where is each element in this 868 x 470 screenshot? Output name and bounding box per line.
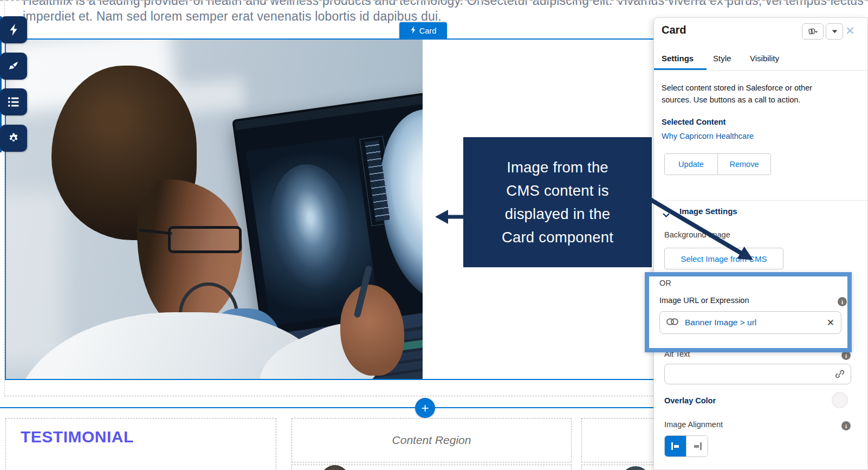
section-boundary-top [0,0,868,1]
content-region-label: Content Region [392,434,471,447]
tabs-divider [654,70,867,70]
plus-icon: + [421,401,429,416]
card-selection-border [5,379,653,380]
align-left-button[interactable] [665,436,686,456]
close-panel-icon[interactable]: ✕ [845,23,855,38]
monitor-menubar [235,86,423,131]
panel-title: Card [662,24,686,36]
align-left-icon [671,442,680,450]
chevron-down-icon [832,30,838,34]
testimonial-heading: TESTIMONIAL [21,428,134,446]
section-boundary-bottom [4,396,653,396]
content-region-right[interactable] [581,418,658,462]
image-settings-header[interactable]: Image Settings [679,207,737,216]
image-alignment-group [664,435,708,457]
glasses [168,226,242,253]
info-icon[interactable]: i [838,297,847,306]
update-button[interactable]: Update [665,154,717,175]
toolbar-structure-button[interactable] [0,88,27,115]
content-region-right-below[interactable] [581,465,658,470]
card-background-photo [5,40,423,379]
toolbar-theme-button[interactable] [0,53,27,80]
card-property-panel: Card ✕ Settings Style Visibility Select … [653,17,868,470]
tab-settings[interactable]: Settings [662,54,694,63]
brush-icon [8,60,20,72]
align-right-button[interactable] [686,436,708,456]
toolbar-components-button[interactable] [0,16,27,43]
annotation-line: Card component [502,226,613,249]
selected-content-link[interactable]: Why Capricorn Healthcare [662,132,754,140]
hero-paragraph-line2: imperdiet et. Nam sed lorem semper erat … [23,9,442,24]
wall-highlight [5,191,65,365]
card-variant-icon [808,28,818,35]
select-image-from-cms-button[interactable]: Select Image from CMS [664,248,783,269]
selected-content-label: Selected Content [662,118,726,126]
link-icon[interactable] [835,369,845,381]
overlay-color-label: Overlay Color [664,396,716,405]
content-action-group: Update Remove [664,153,771,175]
annotation-line: CMS content is [506,179,608,202]
toolbar-settings-button[interactable] [0,125,27,152]
skull-xray [262,159,361,297]
content-region[interactable]: Content Region [292,418,572,462]
image-url-expression-field[interactable]: Banner Image > url ✕ [659,311,841,334]
card-selection-border [5,38,653,40]
list-icon [8,96,20,108]
collapse-chevron-icon[interactable] [663,210,670,220]
card-tab-label: Card [419,27,436,35]
annotation-callout: Image from the CMS content is displayed … [463,137,652,267]
image-alignment-label: Image Alignment [664,420,723,429]
annotation-line: Image from the [507,156,608,179]
section-divider-line [654,200,867,201]
component-variations-button[interactable] [802,23,824,40]
add-section-button[interactable]: + [415,398,435,418]
clear-expression-icon[interactable]: ✕ [827,317,834,328]
background-image-label: Background Image [664,230,730,239]
hero-paragraph-line1: Healthfix is a leading provider of healt… [23,0,864,8]
tab-style[interactable]: Style [713,54,731,63]
or-label: OR [659,279,671,287]
image-url-value: Banner Image > url [685,318,820,327]
tab-visibility[interactable]: Visibility [750,54,779,63]
chain-link-icon [666,318,678,327]
overlay-color-swatch[interactable] [832,392,848,408]
remove-button[interactable]: Remove [717,154,770,175]
align-right-icon [693,442,702,450]
image-url-label: Image URL or Expression [659,296,749,305]
section-divider [0,407,653,408]
lightning-icon [8,24,20,36]
card-component-tab[interactable]: Card [399,22,447,39]
panel-description: Select content stored in Salesforce or o… [662,82,836,106]
info-icon[interactable]: i [841,421,851,430]
alt-text-input[interactable] [664,364,851,384]
panel-menu-button[interactable] [826,23,843,40]
image-url-highlight-box: OR Image URL or Expression i Banner Imag… [645,272,852,352]
lightning-icon [410,26,416,35]
annotation-line: displayed in the [505,202,610,226]
gear-icon [8,132,20,144]
